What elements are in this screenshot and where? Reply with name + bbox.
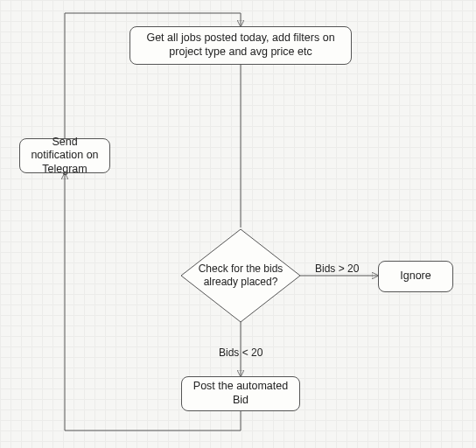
node-send-notification-label: Send notification on Telegram [27, 136, 102, 177]
edge-label-bids-gt: Bids > 20 [315, 262, 359, 275]
node-send-notification: Send notification on Telegram [19, 138, 110, 173]
node-check-bids: Check for the bids already placed? [179, 228, 302, 324]
node-post-bid-label: Post the automated Bid [189, 380, 292, 407]
node-ignore: Ignore [378, 261, 453, 292]
node-get-jobs: Get all jobs posted today, add filters o… [130, 26, 352, 65]
node-ignore-label: Ignore [400, 270, 430, 284]
edge-label-bids-lt: Bids < 20 [219, 346, 262, 359]
node-get-jobs-label: Get all jobs posted today, add filters o… [137, 32, 344, 59]
node-check-bids-label: Check for the bids already placed? [199, 262, 284, 288]
node-post-bid: Post the automated Bid [181, 376, 300, 411]
